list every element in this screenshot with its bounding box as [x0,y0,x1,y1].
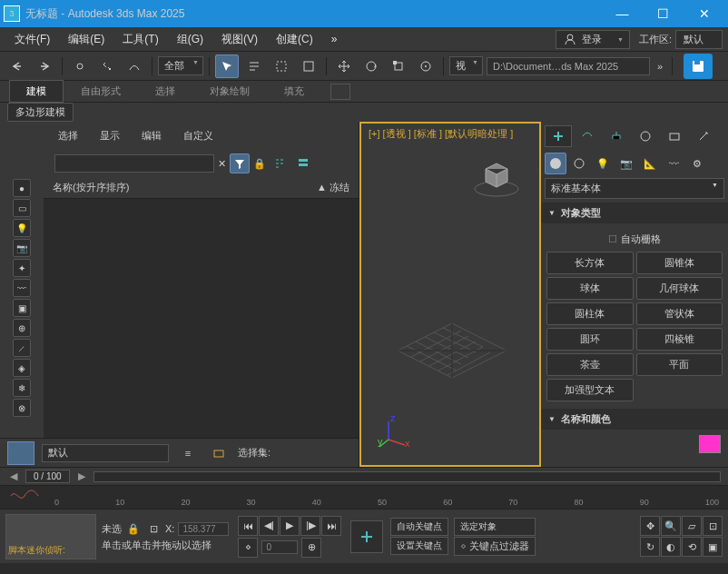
menu-edit[interactable]: 编辑(E) [59,28,113,51]
ribbon-tab-modeling[interactable]: 建模 [9,80,64,103]
btn-pyramid[interactable]: 四棱锥 [636,328,723,351]
scale-button[interactable] [387,54,410,78]
col-name[interactable]: 名称(按升序排序) [53,181,129,194]
col-freeze[interactable]: ▲ 冻结 [317,181,349,194]
layer-by-icon[interactable] [207,441,231,465]
prev-frame-button[interactable]: ◀| [259,516,279,536]
selection-filter-dropdown[interactable]: 全部 [158,56,203,75]
ribbon-tab-freeform[interactable]: 自由形式 [64,80,138,103]
tab-hierarchy[interactable] [603,125,630,147]
cameras-icon[interactable]: 📷 [615,153,637,174]
setkey-button[interactable]: 设置关键点 [390,537,448,555]
select-object-button[interactable] [215,54,239,78]
tree-icon[interactable] [270,153,290,173]
tab-motion[interactable] [632,125,659,147]
list-icon[interactable] [293,153,313,173]
btn-plane[interactable]: 平面 [636,353,723,376]
placement-button[interactable] [414,54,438,78]
systems-icon[interactable]: ⚙ [686,153,708,174]
viewcube[interactable] [472,151,521,200]
rollout-namecolor[interactable]: 名称和颜色 [541,409,728,430]
primitive-dropdown[interactable]: 标准基本体 [545,178,724,199]
btn-tube[interactable]: 管状体 [636,302,723,325]
pan-button[interactable]: ✥ [640,516,660,536]
btn-sphere[interactable]: 球体 [546,277,634,300]
select-region-button[interactable] [270,54,293,78]
current-frame-input[interactable] [261,540,298,554]
selected-obj-button[interactable]: 选定对象 [454,518,536,536]
nextframe-button[interactable]: ▶ [75,470,88,483]
tab-create[interactable] [545,125,572,147]
ribbon-tab-objpaint[interactable]: 对象绘制 [192,80,267,103]
menu-create[interactable]: 创建(C) [267,28,322,51]
btn-geosphere[interactable]: 几何球体 [636,277,723,300]
ref-coord-dropdown[interactable]: 视 [449,56,483,75]
x-coord-input[interactable] [178,522,229,536]
key-filters-button[interactable]: ⋄ 关键点过滤器 [454,537,536,556]
window-crossing-button[interactable] [297,54,320,78]
tab-display[interactable] [661,125,688,147]
zoom-extents-button[interactable]: ⊡ [703,516,723,536]
menu-more[interactable]: » [322,29,347,49]
shapes-icon[interactable] [568,153,590,174]
minimize-button[interactable]: — [602,0,643,27]
zoom-button[interactable]: 🔍 [661,516,681,536]
ribbon-expand-icon[interactable] [330,84,350,100]
filter-xref-icon[interactable]: ⊕ [13,319,31,337]
play-button[interactable]: ▶ [280,516,300,536]
menu-view[interactable]: 视图(V) [212,28,267,51]
roll-button[interactable]: ⟲ [682,537,702,557]
lights-icon[interactable]: 💡 [592,153,614,174]
helpers-icon[interactable]: 📐 [639,153,661,174]
rotate-button[interactable] [359,54,383,78]
login-button[interactable]: 登录 [556,30,630,49]
goto-end-button[interactable]: ⏭ [321,516,341,536]
large-key-button[interactable] [350,520,383,553]
save-button[interactable] [684,54,713,79]
tab-utilities[interactable] [690,125,717,147]
goto-start-button[interactable]: ⏮ [238,516,258,536]
filter-camera-icon[interactable]: 📷 [13,239,31,257]
scene-tab-display[interactable]: 显示 [96,127,123,144]
filter-geometry-icon[interactable]: ● [13,179,31,197]
btn-torus[interactable]: 圆环 [546,328,634,351]
menu-file[interactable]: 文件(F) [5,28,59,51]
fov-button[interactable]: ▱ [682,516,702,536]
ribbon-tab-selection[interactable]: 选择 [138,80,192,103]
timeline[interactable]: 0 10 20 30 40 50 60 70 80 90 100 [0,485,728,509]
filter-helper-icon[interactable]: ✦ [13,259,31,277]
btn-cylinder[interactable]: 圆柱体 [546,302,634,325]
toolbar-overflow[interactable]: » [654,61,666,72]
redo-button[interactable] [33,54,56,78]
filter-shape-icon[interactable]: ▭ [13,199,31,217]
autokey-button[interactable]: 自动关键点 [390,518,448,536]
filter-hidden-icon[interactable]: ⊗ [13,399,31,417]
rollout-objtype[interactable]: 对象类型 [541,203,728,223]
scene-search-input[interactable] [54,154,214,173]
time-config-button[interactable]: ⊕ [301,538,321,558]
menu-tools[interactable]: 工具(T) [113,28,167,51]
polymodeling-tab[interactable]: 多边形建模 [7,103,74,122]
unlink-button[interactable] [95,54,119,78]
filter-bone-icon[interactable]: ⟋ [13,339,31,357]
prevframe-button[interactable]: ◀ [7,470,20,483]
select-by-name-button[interactable] [242,54,266,78]
bind-button[interactable] [123,54,146,78]
layer-input[interactable] [42,444,169,462]
move-button[interactable] [332,54,356,78]
next-frame-button[interactable]: |▶ [300,516,320,536]
menu-group[interactable]: 组(G) [168,28,212,51]
filter-container-icon[interactable]: ◈ [13,359,31,377]
autogrid-checkbox[interactable]: ☐ 自动栅格 [545,229,724,250]
btn-cone[interactable]: 圆锥体 [636,252,723,274]
maximize-button[interactable]: ☐ [643,0,684,27]
lock-selection-icon[interactable]: 🔒 [125,520,142,537]
filter-group-icon[interactable]: ▣ [13,299,31,317]
key-mode-button[interactable]: ⋄ [238,538,258,558]
filter-light-icon[interactable]: 💡 [13,219,31,237]
clear-search-icon[interactable]: ✕ [218,158,226,170]
lock-icon[interactable]: 🔒 [253,158,266,170]
orbit-button[interactable]: ↻ [640,537,660,557]
dolly-button[interactable]: ◐ [661,537,681,557]
link-button[interactable] [68,54,92,78]
